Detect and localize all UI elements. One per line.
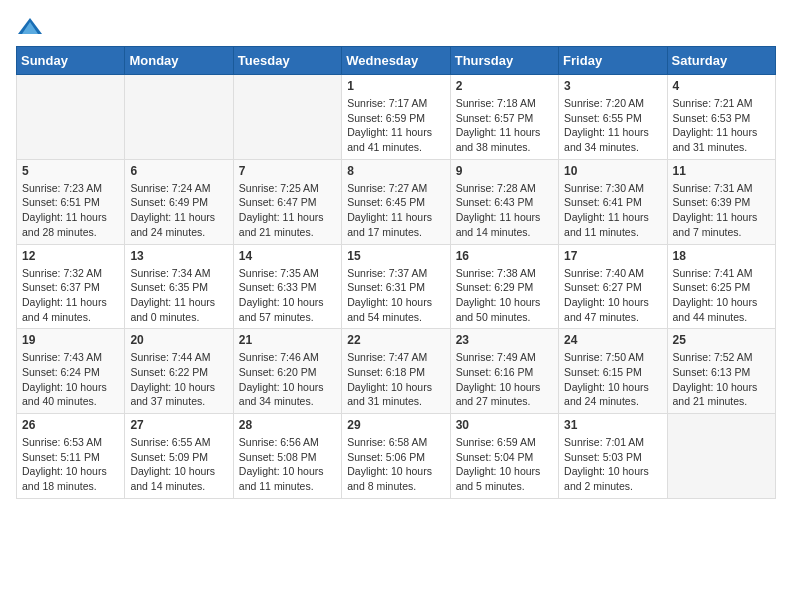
day-cell-3-0: 19Sunrise: 7:43 AM Sunset: 6:24 PM Dayli… [17, 329, 125, 414]
day-number: 4 [673, 79, 770, 93]
day-number: 2 [456, 79, 553, 93]
day-number: 15 [347, 249, 444, 263]
day-number: 16 [456, 249, 553, 263]
header-wednesday: Wednesday [342, 47, 450, 75]
day-number: 13 [130, 249, 227, 263]
day-cell-1-2: 7Sunrise: 7:25 AM Sunset: 6:47 PM Daylig… [233, 159, 341, 244]
day-info: Sunrise: 7:32 AM Sunset: 6:37 PM Dayligh… [22, 266, 119, 325]
day-cell-0-1 [125, 75, 233, 160]
day-number: 3 [564, 79, 661, 93]
day-info: Sunrise: 7:35 AM Sunset: 6:33 PM Dayligh… [239, 266, 336, 325]
day-cell-0-4: 2Sunrise: 7:18 AM Sunset: 6:57 PM Daylig… [450, 75, 558, 160]
day-number: 19 [22, 333, 119, 347]
day-info: Sunrise: 7:52 AM Sunset: 6:13 PM Dayligh… [673, 350, 770, 409]
day-info: Sunrise: 7:17 AM Sunset: 6:59 PM Dayligh… [347, 96, 444, 155]
header-tuesday: Tuesday [233, 47, 341, 75]
header-friday: Friday [559, 47, 667, 75]
day-cell-0-6: 4Sunrise: 7:21 AM Sunset: 6:53 PM Daylig… [667, 75, 775, 160]
day-info: Sunrise: 7:20 AM Sunset: 6:55 PM Dayligh… [564, 96, 661, 155]
day-info: Sunrise: 7:25 AM Sunset: 6:47 PM Dayligh… [239, 181, 336, 240]
logo-icon [16, 16, 44, 38]
day-number: 26 [22, 418, 119, 432]
day-cell-1-4: 9Sunrise: 7:28 AM Sunset: 6:43 PM Daylig… [450, 159, 558, 244]
day-number: 9 [456, 164, 553, 178]
day-info: Sunrise: 7:34 AM Sunset: 6:35 PM Dayligh… [130, 266, 227, 325]
week-row-3: 12Sunrise: 7:32 AM Sunset: 6:37 PM Dayli… [17, 244, 776, 329]
week-row-4: 19Sunrise: 7:43 AM Sunset: 6:24 PM Dayli… [17, 329, 776, 414]
day-info: Sunrise: 7:37 AM Sunset: 6:31 PM Dayligh… [347, 266, 444, 325]
calendar-table: SundayMondayTuesdayWednesdayThursdayFrid… [16, 46, 776, 499]
day-cell-2-0: 12Sunrise: 7:32 AM Sunset: 6:37 PM Dayli… [17, 244, 125, 329]
day-info: Sunrise: 7:21 AM Sunset: 6:53 PM Dayligh… [673, 96, 770, 155]
day-info: Sunrise: 7:31 AM Sunset: 6:39 PM Dayligh… [673, 181, 770, 240]
day-cell-3-3: 22Sunrise: 7:47 AM Sunset: 6:18 PM Dayli… [342, 329, 450, 414]
day-cell-3-5: 24Sunrise: 7:50 AM Sunset: 6:15 PM Dayli… [559, 329, 667, 414]
day-number: 11 [673, 164, 770, 178]
day-number: 22 [347, 333, 444, 347]
day-cell-2-4: 16Sunrise: 7:38 AM Sunset: 6:29 PM Dayli… [450, 244, 558, 329]
day-cell-1-1: 6Sunrise: 7:24 AM Sunset: 6:49 PM Daylig… [125, 159, 233, 244]
day-info: Sunrise: 7:01 AM Sunset: 5:03 PM Dayligh… [564, 435, 661, 494]
day-cell-0-0 [17, 75, 125, 160]
day-info: Sunrise: 6:59 AM Sunset: 5:04 PM Dayligh… [456, 435, 553, 494]
day-info: Sunrise: 7:24 AM Sunset: 6:49 PM Dayligh… [130, 181, 227, 240]
day-info: Sunrise: 7:47 AM Sunset: 6:18 PM Dayligh… [347, 350, 444, 409]
header-monday: Monday [125, 47, 233, 75]
week-row-2: 5Sunrise: 7:23 AM Sunset: 6:51 PM Daylig… [17, 159, 776, 244]
header-saturday: Saturday [667, 47, 775, 75]
day-info: Sunrise: 7:18 AM Sunset: 6:57 PM Dayligh… [456, 96, 553, 155]
day-info: Sunrise: 7:50 AM Sunset: 6:15 PM Dayligh… [564, 350, 661, 409]
day-cell-4-1: 27Sunrise: 6:55 AM Sunset: 5:09 PM Dayli… [125, 414, 233, 499]
day-cell-2-1: 13Sunrise: 7:34 AM Sunset: 6:35 PM Dayli… [125, 244, 233, 329]
day-info: Sunrise: 6:58 AM Sunset: 5:06 PM Dayligh… [347, 435, 444, 494]
day-info: Sunrise: 7:41 AM Sunset: 6:25 PM Dayligh… [673, 266, 770, 325]
day-info: Sunrise: 7:46 AM Sunset: 6:20 PM Dayligh… [239, 350, 336, 409]
day-number: 29 [347, 418, 444, 432]
day-cell-0-3: 1Sunrise: 7:17 AM Sunset: 6:59 PM Daylig… [342, 75, 450, 160]
day-cell-4-6 [667, 414, 775, 499]
day-number: 5 [22, 164, 119, 178]
day-info: Sunrise: 7:30 AM Sunset: 6:41 PM Dayligh… [564, 181, 661, 240]
day-number: 17 [564, 249, 661, 263]
day-info: Sunrise: 7:40 AM Sunset: 6:27 PM Dayligh… [564, 266, 661, 325]
page-header [16, 16, 776, 38]
day-info: Sunrise: 7:27 AM Sunset: 6:45 PM Dayligh… [347, 181, 444, 240]
day-number: 24 [564, 333, 661, 347]
day-cell-4-4: 30Sunrise: 6:59 AM Sunset: 5:04 PM Dayli… [450, 414, 558, 499]
day-number: 28 [239, 418, 336, 432]
day-cell-0-2 [233, 75, 341, 160]
day-cell-3-4: 23Sunrise: 7:49 AM Sunset: 6:16 PM Dayli… [450, 329, 558, 414]
day-number: 6 [130, 164, 227, 178]
day-cell-4-3: 29Sunrise: 6:58 AM Sunset: 5:06 PM Dayli… [342, 414, 450, 499]
day-info: Sunrise: 7:28 AM Sunset: 6:43 PM Dayligh… [456, 181, 553, 240]
week-row-5: 26Sunrise: 6:53 AM Sunset: 5:11 PM Dayli… [17, 414, 776, 499]
day-info: Sunrise: 6:53 AM Sunset: 5:11 PM Dayligh… [22, 435, 119, 494]
day-cell-2-3: 15Sunrise: 7:37 AM Sunset: 6:31 PM Dayli… [342, 244, 450, 329]
day-info: Sunrise: 7:49 AM Sunset: 6:16 PM Dayligh… [456, 350, 553, 409]
day-cell-4-5: 31Sunrise: 7:01 AM Sunset: 5:03 PM Dayli… [559, 414, 667, 499]
week-row-1: 1Sunrise: 7:17 AM Sunset: 6:59 PM Daylig… [17, 75, 776, 160]
day-cell-2-2: 14Sunrise: 7:35 AM Sunset: 6:33 PM Dayli… [233, 244, 341, 329]
day-number: 20 [130, 333, 227, 347]
day-number: 27 [130, 418, 227, 432]
day-info: Sunrise: 7:23 AM Sunset: 6:51 PM Dayligh… [22, 181, 119, 240]
day-number: 18 [673, 249, 770, 263]
day-cell-3-2: 21Sunrise: 7:46 AM Sunset: 6:20 PM Dayli… [233, 329, 341, 414]
day-info: Sunrise: 7:43 AM Sunset: 6:24 PM Dayligh… [22, 350, 119, 409]
day-number: 7 [239, 164, 336, 178]
day-number: 1 [347, 79, 444, 93]
day-info: Sunrise: 7:38 AM Sunset: 6:29 PM Dayligh… [456, 266, 553, 325]
day-cell-4-2: 28Sunrise: 6:56 AM Sunset: 5:08 PM Dayli… [233, 414, 341, 499]
day-info: Sunrise: 7:44 AM Sunset: 6:22 PM Dayligh… [130, 350, 227, 409]
day-number: 31 [564, 418, 661, 432]
day-info: Sunrise: 6:55 AM Sunset: 5:09 PM Dayligh… [130, 435, 227, 494]
day-number: 25 [673, 333, 770, 347]
day-cell-1-0: 5Sunrise: 7:23 AM Sunset: 6:51 PM Daylig… [17, 159, 125, 244]
day-cell-2-5: 17Sunrise: 7:40 AM Sunset: 6:27 PM Dayli… [559, 244, 667, 329]
header-thursday: Thursday [450, 47, 558, 75]
day-number: 12 [22, 249, 119, 263]
logo [16, 16, 48, 38]
day-number: 10 [564, 164, 661, 178]
day-cell-2-6: 18Sunrise: 7:41 AM Sunset: 6:25 PM Dayli… [667, 244, 775, 329]
calendar-header-row: SundayMondayTuesdayWednesdayThursdayFrid… [17, 47, 776, 75]
